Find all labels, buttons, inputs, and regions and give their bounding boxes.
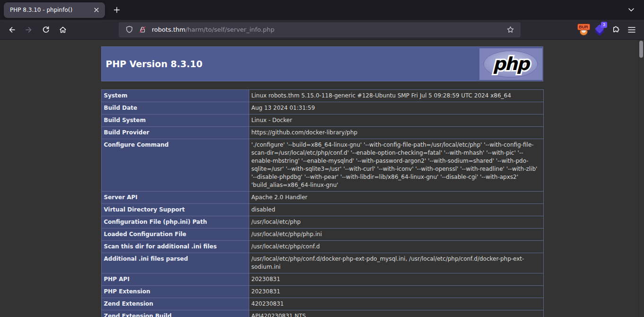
hamburger-icon [628, 26, 635, 33]
insecure-lock-icon [139, 26, 147, 34]
menu-button[interactable] [624, 22, 640, 38]
table-row: Build SystemLinux - Docker [101, 114, 543, 127]
info-value: Linux robots.thm 5.15.0-118-generic #128… [249, 90, 543, 102]
info-value: disabled [249, 204, 543, 216]
info-value: /usr/local/etc/php [249, 216, 543, 229]
tab-bar: PHP 8.3.10 - phpinfo() [0, 0, 644, 20]
reload-button[interactable] [38, 22, 53, 37]
phpinfo-page: PHP Version 8.3.10 php SystemLinux robot… [101, 46, 543, 317]
table-row: Configure Command'./configure' '--build=… [101, 139, 543, 192]
info-label: Build Provider [101, 127, 249, 139]
table-row: Additional .ini files parsed/usr/local/e… [101, 253, 543, 273]
info-label: Loaded Configuration File [101, 229, 249, 241]
scrollbar-thumb[interactable] [639, 41, 643, 58]
info-label: PHP Extension [101, 286, 249, 298]
url-path: /harm/to/self/server_info.php [185, 26, 274, 33]
info-value: Linux - Docker [249, 114, 543, 127]
foxyproxy-mode-label: BUR [577, 24, 590, 30]
info-value: API420230831,NTS [249, 310, 543, 317]
info-value: /usr/local/etc/php/php.ini [249, 229, 543, 241]
tab-title: PHP 8.3.10 - phpinfo() [10, 7, 92, 13]
table-row: Loaded Configuration File/usr/local/etc/… [101, 229, 543, 241]
back-button[interactable] [4, 22, 19, 37]
stacked-layers-extension-button[interactable]: 3 [592, 22, 608, 38]
table-row: SystemLinux robots.thm 5.15.0-118-generi… [101, 90, 543, 102]
tab-php-info[interactable]: PHP 8.3.10 - phpinfo() [4, 2, 105, 18]
table-row: Zend Extension BuildAPI420230831,NTS [101, 310, 543, 317]
puzzle-piece-icon [611, 25, 620, 34]
info-label: Build System [101, 114, 249, 127]
table-row: Configuration File (php.ini) Path/usr/lo… [101, 216, 543, 229]
navigation-toolbar: robots.thm/harm/to/self/server_info.php … [0, 20, 644, 40]
extension-cluster: BUR 3 [575, 22, 640, 38]
shield-icon [125, 26, 133, 34]
php-logo: php [479, 48, 542, 80]
new-tab-button[interactable] [110, 3, 124, 17]
table-row: Build Providerhttps://github.com/docker-… [101, 127, 543, 139]
reload-icon [42, 26, 50, 34]
info-value: 420230831 [249, 298, 543, 310]
info-value: /usr/local/etc/php/conf.d/docker-php-ext… [249, 253, 543, 273]
forward-arrow-icon [25, 26, 33, 34]
table-row: Scan this dir for additional .ini files/… [101, 241, 543, 253]
list-all-tabs-button[interactable] [624, 3, 638, 17]
foxyproxy-icon: BUR [577, 24, 590, 36]
info-label: Configure Command [101, 139, 249, 192]
extensions-button[interactable] [608, 22, 624, 38]
chevron-down-icon [628, 8, 635, 12]
table-row: PHP Extension20230831 [101, 286, 543, 298]
info-label: Scan this dir for additional .ini files [101, 241, 249, 253]
php-info-table: SystemLinux robots.thm 5.15.0-118-generi… [101, 89, 544, 317]
back-arrow-icon [8, 26, 16, 34]
connection-security-button[interactable] [136, 26, 149, 34]
page-content: PHP Version 8.3.10 php SystemLinux robot… [0, 40, 644, 317]
extension-badge: 3 [601, 22, 607, 28]
info-label: PHP API [101, 273, 249, 286]
info-label: Virtual Directory Support [101, 204, 249, 216]
info-label: System [101, 90, 249, 102]
vertical-scrollbar[interactable] [638, 40, 644, 317]
foxyproxy-extension-button[interactable]: BUR [575, 22, 592, 38]
table-row: PHP API20230831 [101, 273, 543, 286]
info-value: Apache 2.0 Handler [249, 192, 543, 204]
plus-icon [113, 7, 120, 13]
info-label: Additional .ini files parsed [101, 253, 249, 273]
url-bar[interactable]: robots.thm/harm/to/self/server_info.php [119, 22, 521, 37]
home-button[interactable] [55, 22, 70, 37]
star-icon [506, 26, 514, 34]
info-label: Zend Extension Build [101, 310, 249, 317]
info-label: Server API [101, 192, 249, 204]
tab-close-button[interactable] [92, 5, 101, 15]
bookmark-button[interactable] [504, 26, 517, 34]
url-domain: robots.thm [152, 26, 185, 33]
info-label: Zend Extension [101, 298, 249, 310]
info-value: './configure' '--build=x86_64-linux-gnu'… [249, 139, 543, 192]
info-value: /usr/local/etc/php/conf.d [249, 241, 543, 253]
info-value: https://github.com/docker-library/php [249, 127, 543, 139]
home-icon [59, 26, 67, 34]
tracking-protection-button[interactable] [122, 26, 136, 34]
page-title: PHP Version 8.3.10 [102, 59, 203, 69]
table-row: Virtual Directory Supportdisabled [101, 204, 543, 216]
table-row: Server APIApache 2.0 Handler [101, 192, 543, 204]
table-row: Zend Extension420230831 [101, 298, 543, 310]
svg-text:php: php [493, 53, 531, 74]
info-value: Aug 13 2024 01:31:59 [249, 102, 543, 114]
forward-button[interactable] [21, 22, 36, 37]
close-icon [94, 8, 99, 12]
info-label: Configuration File (php.ini) Path [101, 216, 249, 229]
info-value: 20230831 [249, 273, 543, 286]
info-value: 20230831 [249, 286, 543, 298]
phpinfo-header: PHP Version 8.3.10 php [101, 46, 543, 81]
url-text[interactable]: robots.thm/harm/to/self/server_info.php [152, 26, 504, 33]
table-row: Build DateAug 13 2024 01:31:59 [101, 102, 543, 114]
info-label: Build Date [101, 102, 249, 114]
